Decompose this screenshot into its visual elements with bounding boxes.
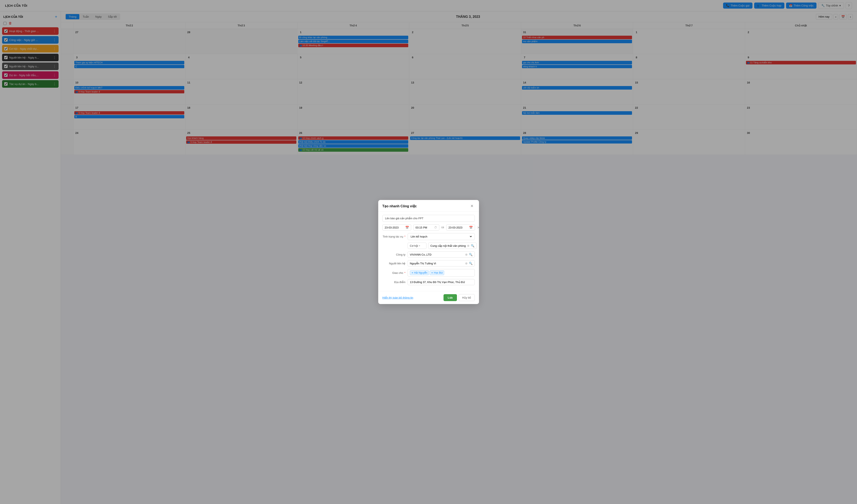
modal-footer: Hiển thị toàn bộ thông tin Lưu Hủy bỏ — [378, 291, 479, 304]
company-label: Công ty — [383, 253, 405, 256]
status-select[interactable]: Lên kế hoạchĐang thực hiệnHoàn thànhHủy … — [410, 235, 472, 238]
modal-header: Tạo nhanh Công việc ✕ — [378, 200, 479, 212]
datetime-row: 📅 ⏱ tới 📅 ✕ — [383, 224, 475, 231]
company-search-button[interactable]: 🔍 — [469, 253, 472, 256]
type-related-row: Cơ hội ▾ ⊗ 🔍 — [383, 242, 475, 249]
contact-search-button[interactable]: 🔍 — [469, 262, 472, 265]
status-control: Lên kế hoạchĐang thực hiệnHoàn thànhHủy … — [408, 233, 475, 240]
type-arrow-icon: ▾ — [419, 245, 420, 247]
assignee-tag-Học-Bùi: ✕ Học Bùi — [430, 270, 444, 275]
assignee-tag-Hải-Nguyễn: ✕ Hải Nguyễn — [410, 270, 429, 275]
related-clear-button[interactable]: ⊗ — [467, 244, 470, 247]
save-button[interactable]: Lưu — [443, 294, 457, 301]
status-row: Tinh trạng tác vụ * Lên kế hoạchĐang thự… — [383, 233, 475, 240]
type-value: Cơ hội — [410, 244, 418, 247]
clock-icon: ⏱ — [434, 226, 437, 229]
type-select[interactable]: Cơ hội ▾ — [408, 242, 426, 249]
cancel-button[interactable]: Hủy bỏ — [459, 294, 475, 301]
assignee-x-icon[interactable]: ✕ — [411, 271, 413, 274]
related-input[interactable] — [431, 244, 466, 247]
location-input-wrap — [408, 279, 475, 285]
assignee-control: ✕ Hải Nguyễn✕ Học Bùi — [408, 269, 475, 276]
company-control: ⊗ 🔍 — [408, 251, 475, 258]
modal-body: 📅 ⏱ tới 📅 ✕ Tinh trạng tác vụ * — [378, 212, 479, 291]
location-label: Địa điểm — [383, 281, 405, 284]
assignee-required-mark: * — [404, 271, 405, 274]
contact-control: ⊗ 🔍 — [408, 260, 475, 267]
company-input[interactable] — [410, 253, 464, 256]
modal-overlay[interactable]: Tạo nhanh Công việc ✕ 📅 ⏱ tới — [0, 0, 857, 504]
location-input[interactable] — [410, 281, 472, 284]
company-row: Công ty ⊗ 🔍 — [383, 251, 475, 258]
related-input-wrap: ⊗ 🔍 — [428, 242, 477, 249]
task-name-field — [383, 215, 475, 222]
company-input-wrap: ⊗ 🔍 — [408, 251, 475, 258]
footer-buttons: Lưu Hủy bỏ — [443, 294, 475, 301]
task-name-input[interactable] — [383, 215, 475, 222]
show-all-button[interactable]: Hiển thị toàn bộ thông tin — [383, 296, 413, 299]
assignee-x-icon[interactable]: ✕ — [431, 271, 433, 274]
location-control — [408, 279, 475, 285]
create-task-modal: Tạo nhanh Công việc ✕ 📅 ⏱ tới — [378, 200, 479, 304]
time-from-wrap: ⏱ — [413, 224, 439, 231]
date-to-input[interactable] — [449, 226, 467, 229]
type-related-control: Cơ hội ▾ ⊗ 🔍 — [408, 242, 477, 249]
contact-input-wrap: ⊗ 🔍 — [408, 260, 475, 267]
contact-input[interactable] — [410, 262, 464, 265]
contact-row: Người liên hệ ⊗ 🔍 — [383, 260, 475, 267]
assignee-row: Giao cho * ✕ Hải Nguyễn✕ Học Bùi — [383, 269, 475, 276]
location-row: Địa điểm — [383, 279, 475, 285]
status-required-mark: * — [404, 235, 405, 238]
calendar-from-icon: 📅 — [405, 226, 409, 229]
date-from-wrap: 📅 — [383, 224, 411, 231]
assignee-label: Giao cho * — [383, 271, 405, 274]
modal-title: Tạo nhanh Công việc — [383, 204, 417, 208]
time-from-input[interactable] — [416, 226, 432, 229]
contact-label: Người liên hệ — [383, 262, 405, 265]
status-select-wrap[interactable]: Lên kế hoạchĐang thực hiệnHoàn thànhHủy … — [408, 233, 475, 240]
datetime-clear-button[interactable]: ✕ — [477, 225, 479, 230]
related-search-button[interactable]: 🔍 — [471, 244, 474, 247]
modal-close-button[interactable]: ✕ — [469, 204, 475, 208]
assignee-wrap[interactable]: ✕ Hải Nguyễn✕ Học Bùi — [408, 269, 475, 276]
company-clear-button[interactable]: ⊗ — [465, 253, 468, 256]
to-label: tới — [441, 226, 444, 229]
contact-clear-button[interactable]: ⊗ — [465, 262, 468, 265]
status-label: Tinh trạng tác vụ * — [383, 235, 405, 238]
date-to-wrap: 📅 — [446, 224, 475, 231]
calendar-to-icon: 📅 — [469, 226, 473, 229]
date-from-input[interactable] — [385, 226, 404, 229]
